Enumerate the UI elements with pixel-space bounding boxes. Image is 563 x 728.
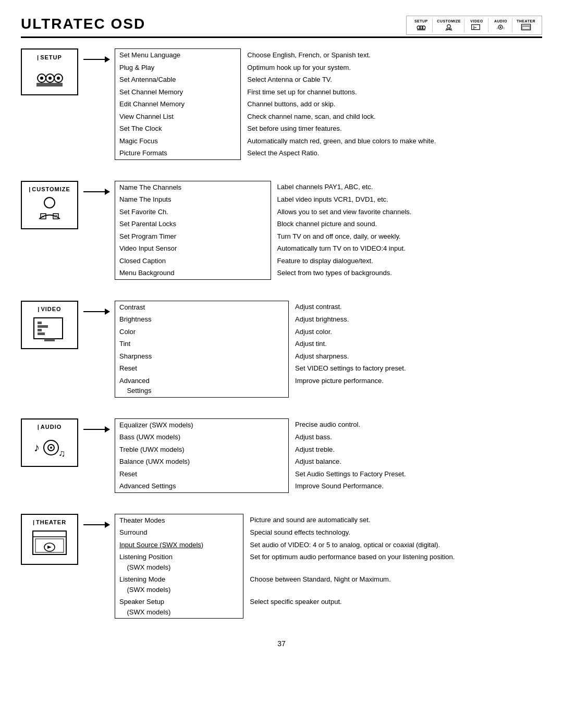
video-table: ContrastAdjust contrast.BrightnessAdjust…: [115, 301, 542, 398]
table-row: Name The ChannelsLabel channels PAY1, AB…: [115, 181, 542, 193]
audio-icon: ♪ ♫: [31, 433, 68, 462]
svg-text:✕: ✕: [42, 215, 45, 218]
menu-description: Optimum hook up for your system.: [241, 61, 542, 74]
menu-description: Precise audio control.: [289, 418, 542, 431]
table-row: BrightnessAdjust brightness.: [115, 313, 542, 326]
video-icon-box: VIDEO: [21, 301, 78, 349]
menu-item: Set Antenna/Cable: [115, 73, 241, 86]
table-row: SharpnessAdjust sharpness.: [115, 350, 542, 363]
svg-rect-30: [34, 318, 63, 339]
menu-item: Listening Position (SWX models): [115, 551, 243, 573]
table-row: Picture FormatsSelect the Aspect Ratio.: [115, 147, 542, 159]
menu-item: Magic Focus: [115, 135, 241, 147]
menu-description: Channel buttons, add or skip.: [241, 98, 542, 110]
setup-arrow: [78, 48, 115, 60]
svg-text:♫: ♫: [58, 448, 66, 459]
menu-item: Listening Mode (SWX models): [115, 573, 243, 596]
video-icon: [31, 315, 68, 344]
svg-rect-9: [473, 27, 476, 28]
table-row: Video Input SensorAutomatically turn TV …: [115, 242, 542, 255]
table-row: Speaker Setup (SWX models)Select specifi…: [115, 596, 542, 619]
nav-setup: SETUP: [410, 18, 433, 32]
audio-arrow-line: [83, 429, 109, 430]
table-row: Menu BackgroundSelect from two types of …: [115, 267, 542, 279]
nav-audio: AUDIO ♪ ♫: [489, 18, 512, 32]
menu-item: Set Parental Locks: [115, 218, 271, 230]
table-row: Set Channel MemoryFirst time set up for …: [115, 86, 542, 98]
menu-item: Plug & Play: [115, 61, 241, 74]
menu-description: Automatically match red, green, and blue…: [241, 135, 542, 147]
table-row: Closed CaptionFeature to display dialogu…: [115, 255, 542, 267]
setup-table: Set Menu LanguageChoose English, French,…: [115, 48, 542, 160]
audio-icon-box: AUDIO ♪ ♫: [21, 418, 78, 467]
svg-rect-35: [44, 339, 55, 341]
table-row: Set The ClockSet before using timer feat…: [115, 122, 542, 135]
menu-description: Select from two types of backgrounds.: [271, 267, 542, 279]
theater-arrow: [78, 514, 115, 525]
svg-point-39: [50, 447, 52, 449]
svg-rect-32: [38, 325, 48, 328]
menu-description: Block channel picture and sound.: [271, 218, 542, 230]
menu-item: Picture Formats: [115, 147, 241, 159]
video-nav-icon: [471, 23, 482, 31]
setup-nav-icon: [415, 23, 427, 31]
table-row: Set Parental LocksBlock channel picture …: [115, 218, 542, 230]
customize-icon: ✕: [31, 195, 68, 224]
menu-item: Surround: [115, 526, 243, 539]
svg-text:♫: ♫: [503, 26, 505, 30]
theater-nav-icon: [520, 23, 532, 31]
menu-description: Allows you to set and view favorite chan…: [271, 206, 542, 218]
top-navigation: SETUP CUSTOMIZE VIDEO: [406, 16, 542, 35]
menu-description: Select the Aspect Ratio.: [241, 147, 542, 159]
svg-rect-24: [36, 83, 63, 87]
menu-description: Adjust contrast.: [289, 301, 542, 313]
menu-description: Automatically turn TV on to VIDEO:4 inpu…: [271, 242, 542, 255]
table-row: TintAdjust tint.: [115, 338, 542, 350]
svg-rect-8: [473, 26, 474, 27]
table-row: Edit Channel MemoryChannel buttons, add …: [115, 98, 542, 110]
table-row: ContrastAdjust contrast.: [115, 301, 542, 313]
svg-rect-17: [522, 27, 530, 29]
menu-item: Set Program Timer: [115, 230, 271, 243]
svg-rect-31: [38, 322, 42, 324]
svg-point-2: [422, 26, 425, 29]
menu-description: Adjust sharpness.: [289, 350, 542, 363]
menu-description: Adjust color.: [289, 326, 542, 338]
section-video: VIDEO ContrastAdjust contrast.Brightness…: [21, 301, 542, 398]
menu-item: Set Favorite Ch.: [115, 206, 271, 218]
menu-item: Reset: [115, 468, 289, 480]
svg-point-21: [48, 77, 52, 80]
customize-arrow: [78, 181, 115, 192]
theater-icon-box: THEATER: [21, 514, 78, 565]
svg-rect-3: [417, 29, 425, 30]
section-setup: SETUP Set Menu LanguageChoose English, F…: [21, 48, 542, 160]
svg-point-23: [57, 77, 60, 80]
menu-item: Closed Caption: [115, 255, 271, 267]
table-row: ColorAdjust color.: [115, 326, 542, 338]
menu-item: Treble (UWX models): [115, 443, 289, 456]
svg-text:♪: ♪: [34, 441, 40, 454]
setup-arrow-line: [83, 59, 109, 60]
menu-description: Select specific speaker output.: [243, 596, 542, 619]
menu-description: Adjust treble.: [289, 443, 542, 456]
menu-description: Picture and sound are automatically set.: [243, 514, 542, 526]
table-row: Bass (UWX models)Adjust bass.: [115, 431, 542, 443]
table-row: View Channel ListCheck channel name, sca…: [115, 110, 542, 123]
menu-description: Label video inputs VCR1, DVD1, etc.: [271, 193, 542, 206]
menu-description: Turn TV on and off once, daily, or weekl…: [271, 230, 542, 243]
table-row: SurroundSpecial sound effects technology…: [115, 526, 542, 539]
table-row: ResetSet VIDEO settings to factory prese…: [115, 362, 542, 375]
table-row: Plug & PlayOptimum hook up for your syst…: [115, 61, 542, 74]
table-row: Set Menu LanguageChoose English, French,…: [115, 49, 542, 61]
theater-table: Theater ModesPicture and sound are autom…: [115, 514, 542, 619]
video-arrow-line: [83, 311, 109, 312]
menu-description: Label channels PAY1, ABC, etc.: [271, 181, 542, 193]
menu-description: Choose English, French, or Spanish text.: [241, 49, 542, 61]
customize-arrow-line: [83, 191, 109, 192]
menu-item: Name The Channels: [115, 181, 271, 193]
menu-description: Set audio of VIDEO: 4 or 5 to analog, op…: [243, 539, 542, 551]
video-icon-label: VIDEO: [38, 306, 61, 312]
table-row: ResetSet Audio Settings to Factory Prese…: [115, 468, 542, 480]
menu-description: Adjust balance.: [289, 455, 542, 468]
svg-point-12: [500, 26, 501, 28]
